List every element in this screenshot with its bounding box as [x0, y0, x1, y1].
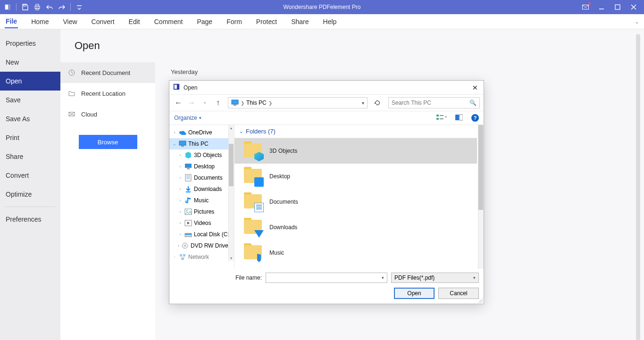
open-source-recent-location[interactable]: Recent Location: [60, 83, 155, 104]
path-root-icon[interactable]: [230, 100, 240, 106]
preview-pane-icon[interactable]: [455, 114, 463, 122]
folder-label: 3D Objects: [269, 148, 297, 154]
help-icon[interactable]: ?: [471, 114, 479, 122]
tree-item-network[interactable]: ›Network: [169, 251, 234, 263]
ribbon-tab-file[interactable]: File: [5, 15, 18, 28]
folder-item-documents[interactable]: Documents: [234, 189, 477, 215]
ribbon-tab-convert[interactable]: Convert: [91, 15, 116, 28]
path-separator-icon[interactable]: ❯: [240, 100, 245, 106]
tree-expand-icon[interactable]: ›: [178, 164, 183, 169]
undo-icon[interactable]: [46, 3, 53, 11]
tree-item-this-pc[interactable]: ⌄This PC: [169, 138, 234, 149]
tree-item-downloads[interactable]: ›Downloads: [169, 183, 234, 195]
ribbon-tab-form[interactable]: Form: [226, 15, 243, 28]
refresh-icon[interactable]: [372, 98, 383, 108]
tree-item-local-disk-c-[interactable]: ›Local Disk (C:): [169, 229, 234, 240]
tree-expand-icon[interactable]: ›: [178, 209, 183, 214]
maximize-icon[interactable]: [614, 3, 621, 11]
svg-rect-16: [455, 115, 459, 120]
cancel-button[interactable]: Cancel: [438, 288, 479, 299]
folder-item-music[interactable]: Music: [234, 240, 477, 265]
folders-scrollbar[interactable]: [478, 125, 484, 269]
close-icon[interactable]: [630, 3, 637, 11]
ribbon-collapse-icon[interactable]: ⌄: [635, 18, 639, 25]
file-menu-save-as[interactable]: Save As: [0, 109, 60, 128]
folder-item-3d-objects[interactable]: 3D Objects: [234, 138, 477, 164]
open-source-recent-document[interactable]: Recent Document: [60, 62, 155, 83]
ribbon-tab-home[interactable]: Home: [30, 15, 50, 28]
nav-back-icon[interactable]: ←: [173, 98, 184, 108]
tree-expand-icon[interactable]: ›: [178, 221, 183, 225]
tree-item-documents[interactable]: ›Documents: [169, 172, 234, 183]
dialog-nav: ← → ▾ ↑ ❯ This PC ❯ ▾ 🔍: [169, 95, 484, 111]
tree-expand-icon[interactable]: ›: [172, 130, 177, 135]
file-menu-properties[interactable]: Properties: [0, 34, 60, 53]
open-button[interactable]: Open: [394, 288, 435, 299]
ribbon-tab-comment[interactable]: Comment: [153, 15, 184, 28]
tree-item-music[interactable]: ›Music: [169, 195, 234, 206]
file-menu-preferences[interactable]: Preferences: [0, 210, 60, 229]
search-input[interactable]: [392, 100, 469, 106]
search-box[interactable]: 🔍: [388, 97, 480, 108]
tree-expand-icon[interactable]: ›: [178, 187, 183, 191]
file-menu-new[interactable]: New: [0, 53, 60, 72]
tree-expand-icon[interactable]: ›: [178, 232, 183, 237]
path-separator-icon[interactable]: ❯: [268, 100, 273, 106]
tree-scrollbar[interactable]: ▴ ▾: [228, 125, 234, 261]
filetype-select[interactable]: PDF Files(*.pdf) ▾: [391, 273, 479, 283]
file-menu-convert[interactable]: Convert: [0, 166, 60, 185]
tree-item-dvd-rw-drive-d-[interactable]: ›DVD RW Drive (D:): [169, 240, 234, 251]
path-segment[interactable]: This PC: [245, 100, 268, 106]
folder-item-desktop[interactable]: Desktop: [234, 164, 477, 189]
ribbon-tab-share[interactable]: Share: [290, 15, 309, 28]
tree-expand-icon[interactable]: ›: [178, 198, 183, 203]
ribbon-tab-edit[interactable]: Edit: [128, 15, 141, 28]
ribbon-tab-protect[interactable]: Protect: [255, 15, 278, 28]
dialog-close-icon[interactable]: ✕: [470, 84, 480, 91]
tree-item-onedrive[interactable]: ›OneDrive: [169, 127, 234, 138]
file-menu-open[interactable]: Open: [0, 72, 60, 91]
organize-button[interactable]: Organize ▾: [174, 115, 201, 121]
folders-section-header[interactable]: ⌄ Folders (7): [234, 125, 477, 138]
redo-icon[interactable]: [58, 3, 66, 11]
mail-icon[interactable]: [582, 3, 589, 11]
file-menu-optimize[interactable]: Optimize: [0, 185, 60, 204]
tree-item-3d-objects[interactable]: ›3D Objects: [169, 149, 234, 161]
tree-item-pictures[interactable]: ›Pictures: [169, 206, 234, 217]
tree-expand-icon[interactable]: ›: [178, 153, 183, 158]
filename-input[interactable]: ▾: [266, 273, 387, 283]
file-menu-print[interactable]: Print: [0, 128, 60, 147]
print-icon[interactable]: [33, 3, 41, 11]
file-menu-save[interactable]: Save: [0, 91, 60, 109]
ribbon-tab-view[interactable]: View: [62, 15, 78, 28]
network-icon: [179, 253, 186, 261]
tree-expand-icon[interactable]: ›: [178, 175, 183, 180]
disk-icon: [184, 231, 192, 238]
main-scrollbar[interactable]: [636, 34, 640, 340]
desktop-icon: [184, 163, 192, 170]
nav-forward-icon[interactable]: →: [186, 98, 197, 108]
tree-expand-icon[interactable]: ›: [172, 255, 177, 259]
tree-expand-icon[interactable]: ›: [178, 243, 179, 248]
tree-expand-icon[interactable]: ⌄: [172, 141, 177, 146]
minimize-icon[interactable]: [598, 3, 605, 11]
save-icon[interactable]: [21, 3, 29, 11]
ribbon-tab-help[interactable]: Help: [322, 15, 338, 28]
file-menu-share[interactable]: Share: [0, 147, 60, 166]
path-dropdown-icon[interactable]: ▾: [362, 100, 365, 106]
nav-up-icon[interactable]: ↑: [213, 98, 223, 108]
tree-item-desktop[interactable]: ›Desktop: [169, 161, 234, 172]
nav-recent-dropdown-icon[interactable]: ▾: [200, 98, 210, 108]
tree-item-videos[interactable]: ›Videos: [169, 217, 234, 229]
view-options-icon[interactable]: [436, 114, 447, 122]
qat-dropdown-icon[interactable]: [75, 3, 83, 11]
address-bar[interactable]: ❯ This PC ❯ ▾: [228, 97, 368, 108]
dropdown-caret-icon[interactable]: ▾: [473, 275, 476, 280]
browse-button[interactable]: Browse: [79, 135, 137, 149]
resize-grip-icon[interactable]: [477, 297, 483, 303]
dropdown-caret-icon[interactable]: ▾: [382, 275, 384, 280]
search-icon[interactable]: 🔍: [469, 100, 477, 106]
ribbon-tab-page[interactable]: Page: [196, 15, 213, 28]
folder-item-downloads[interactable]: Downloads: [234, 215, 477, 240]
open-source-cloud[interactable]: Cloud: [60, 104, 155, 124]
